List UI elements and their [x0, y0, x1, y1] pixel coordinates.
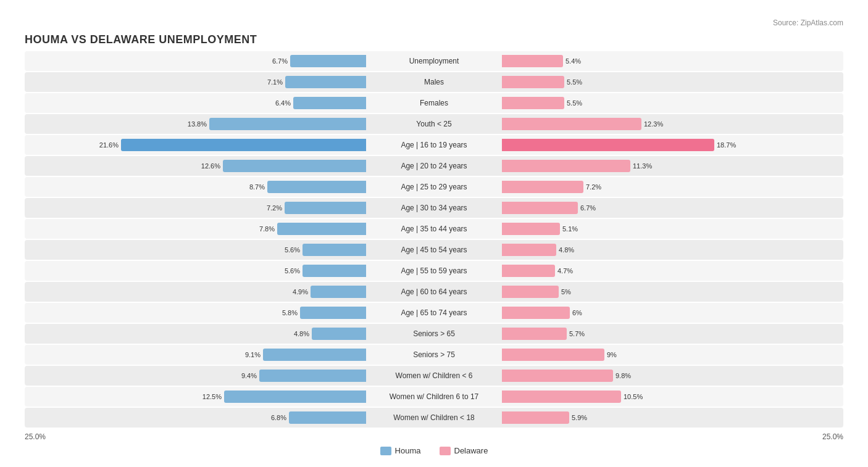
- right-section: 5.5%: [502, 72, 843, 92]
- delaware-bar: 4.8%: [502, 244, 556, 256]
- houma-value: 8.7%: [249, 183, 265, 191]
- houma-value: 6.8%: [271, 414, 286, 421]
- row-label: Males: [366, 78, 502, 86]
- houma-value: 6.4%: [275, 99, 291, 107]
- row-center-container: 12.6% Age | 20 to 24 years 11.3%: [25, 156, 843, 176]
- houma-bar: 9.1%: [263, 349, 366, 361]
- bar-row: 8.7% Age | 25 to 29 years 7.2%: [25, 177, 843, 197]
- row-center-container: 21.6% Age | 16 to 19 years 18.7%: [25, 135, 843, 155]
- delaware-bar: 5.7%: [502, 328, 567, 340]
- bar-row: 9.4% Women w/ Children < 6 9.8%: [25, 366, 843, 386]
- delaware-value: 6%: [572, 309, 582, 316]
- houma-bar: 8.7%: [267, 181, 366, 193]
- right-section: 10.5%: [502, 387, 843, 407]
- left-section: 4.9%: [25, 282, 366, 302]
- bar-row: 7.1% Males 5.5%: [25, 72, 843, 92]
- row-label: Females: [366, 99, 502, 107]
- houma-bar: 7.1%: [285, 76, 366, 88]
- delaware-bar: 5%: [502, 286, 559, 298]
- chart-area: 6.7% Unemployment 5.4% 7.1% Males: [25, 51, 843, 428]
- bar-row: 9.1% Seniors > 75 9%: [25, 345, 843, 365]
- row-center-container: 6.4% Females 5.5%: [25, 93, 843, 113]
- houma-bar: 5.8%: [300, 307, 366, 319]
- delaware-value: 4.8%: [559, 246, 574, 254]
- left-section: 5.8%: [25, 303, 366, 323]
- delaware-value: 5.5%: [567, 78, 582, 86]
- delaware-bar: 9.8%: [502, 370, 613, 382]
- delaware-bar: 11.3%: [502, 160, 630, 172]
- right-section: 5.7%: [502, 324, 843, 344]
- delaware-value: 11.3%: [633, 162, 652, 170]
- left-section: 9.4%: [25, 366, 366, 386]
- row-label: Age | 45 to 54 years: [366, 246, 502, 254]
- left-section: 12.5%: [25, 387, 366, 407]
- houma-bar: 7.2%: [285, 202, 366, 214]
- bar-row: 6.4% Females 5.5%: [25, 93, 843, 113]
- left-section: 4.8%: [25, 324, 366, 344]
- row-label: Women w/ Children < 6: [366, 371, 502, 380]
- row-center-container: 5.6% Age | 45 to 54 years 4.8%: [25, 240, 843, 260]
- left-section: 7.2%: [25, 198, 366, 218]
- row-center-container: 4.9% Age | 60 to 64 years 5%: [25, 282, 843, 302]
- row-center-container: 5.8% Age | 65 to 74 years 6%: [25, 303, 843, 323]
- right-section: 5.4%: [502, 51, 843, 71]
- row-center-container: 9.4% Women w/ Children < 6 9.8%: [25, 366, 843, 386]
- row-label: Age | 65 to 74 years: [366, 308, 502, 317]
- legend: Houma Delaware: [25, 446, 843, 455]
- left-section: 5.6%: [25, 240, 366, 260]
- delaware-value: 5.1%: [562, 225, 578, 233]
- row-center-container: 13.8% Youth < 25 12.3%: [25, 114, 843, 134]
- left-section: 5.6%: [25, 261, 366, 281]
- right-section: 12.3%: [502, 114, 843, 134]
- left-section: 7.1%: [25, 72, 366, 92]
- x-axis: 25.0% 25.0%: [25, 429, 843, 441]
- delaware-value: 10.5%: [624, 393, 643, 400]
- delaware-value: 5.9%: [572, 414, 587, 421]
- houma-value: 12.6%: [201, 162, 220, 170]
- row-label: Seniors > 75: [366, 350, 502, 359]
- delaware-bar: 5.1%: [502, 223, 560, 235]
- delaware-bar: 12.3%: [502, 118, 641, 130]
- row-center-container: 6.8% Women w/ Children < 18 5.9%: [25, 408, 843, 428]
- delaware-value: 7.2%: [586, 183, 601, 191]
- bar-row: 6.8% Women w/ Children < 18 5.9%: [25, 408, 843, 428]
- houma-bar: 4.8%: [312, 328, 366, 340]
- row-center-container: 9.1% Seniors > 75 9%: [25, 345, 843, 365]
- delaware-value: 18.7%: [717, 141, 736, 149]
- delaware-bar: 5.5%: [502, 97, 564, 109]
- delaware-value: 9%: [607, 351, 617, 358]
- row-label: Age | 35 to 44 years: [366, 225, 502, 233]
- bar-row: 12.5% Women w/ Children 6 to 17 10.5%: [25, 387, 843, 407]
- delaware-value: 12.3%: [644, 120, 663, 128]
- bar-row: 7.2% Age | 30 to 34 years 6.7%: [25, 198, 843, 218]
- houma-value: 4.9%: [293, 288, 308, 295]
- bar-row: 5.6% Age | 55 to 59 years 4.7%: [25, 261, 843, 281]
- delaware-value: 5.5%: [567, 99, 582, 107]
- right-section: 5.5%: [502, 93, 843, 113]
- delaware-bar: 5.5%: [502, 76, 564, 88]
- delaware-bar: 4.7%: [502, 265, 555, 277]
- houma-bar: 6.8%: [289, 411, 366, 424]
- houma-value: 5.6%: [285, 267, 300, 275]
- right-section: 6.7%: [502, 198, 843, 218]
- row-label: Age | 20 to 24 years: [366, 162, 502, 170]
- houma-bar: 4.9%: [311, 286, 366, 298]
- chart-title: HOUMA VS DELAWARE UNEMPLOYMENT: [25, 33, 843, 46]
- row-label: Seniors > 65: [366, 329, 502, 338]
- right-section: 9%: [502, 345, 843, 365]
- row-center-container: 5.6% Age | 55 to 59 years 4.7%: [25, 261, 843, 281]
- source-label: Source: ZipAtlas.com: [25, 19, 843, 27]
- houma-bar: 7.8%: [277, 223, 366, 235]
- row-label: Youth < 25: [366, 120, 502, 128]
- houma-value: 7.8%: [259, 225, 275, 233]
- right-section: 18.7%: [502, 135, 843, 155]
- bar-row: 21.6% Age | 16 to 19 years 18.7%: [25, 135, 843, 155]
- houma-value: 5.8%: [282, 309, 298, 316]
- houma-value: 6.7%: [272, 57, 288, 65]
- x-axis-right: 25.0%: [822, 432, 843, 441]
- delaware-bar: 7.2%: [502, 181, 583, 193]
- legend-delaware-color: [440, 447, 451, 455]
- right-section: 4.7%: [502, 261, 843, 281]
- legend-houma: Houma: [380, 446, 421, 455]
- houma-bar: 13.8%: [209, 118, 366, 130]
